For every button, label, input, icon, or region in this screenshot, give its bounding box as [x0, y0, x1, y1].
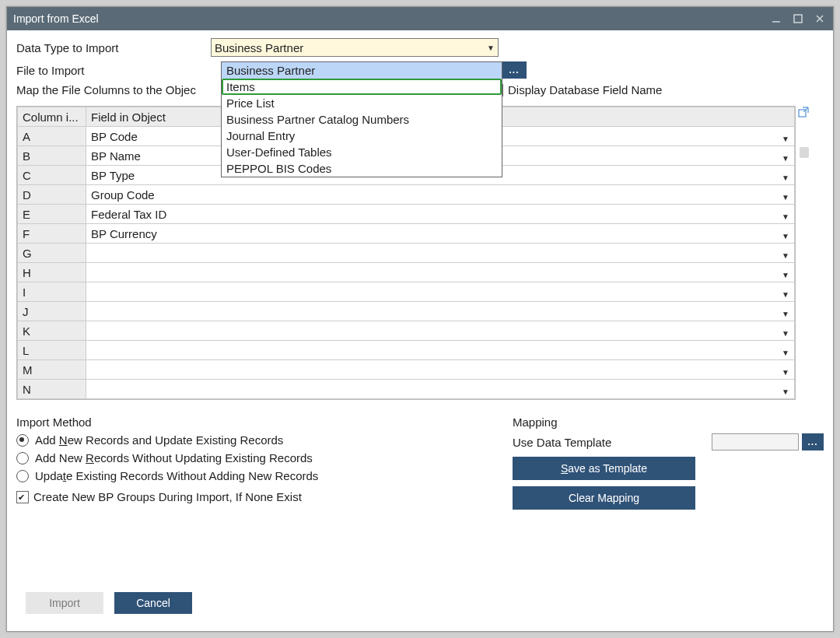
radio-add-without-update[interactable]: Add New Records Without Updating Existin… — [16, 451, 513, 464]
field-in-object-cell[interactable]: Group Code▼ — [86, 185, 795, 205]
maximize-button[interactable] — [791, 12, 805, 26]
chevron-down-icon: ▼ — [782, 174, 789, 182]
field-in-object-cell[interactable]: ▼ — [86, 282, 795, 302]
table-row: M▼ — [18, 360, 795, 380]
chevron-down-icon: ▼ — [782, 329, 789, 338]
save-as-template-button[interactable]: Save as Template — [513, 457, 695, 480]
minimize-button[interactable] — [769, 12, 783, 26]
field-in-object-cell[interactable]: Federal Tax ID▼ — [86, 205, 795, 224]
field-in-object-cell[interactable]: BP Currency▼ — [86, 224, 795, 244]
radio-icon — [16, 470, 29, 482]
table-row: K▼ — [18, 321, 795, 341]
field-in-object-cell[interactable]: ▼ — [86, 380, 795, 399]
chevron-down-icon: ▼ — [782, 135, 789, 143]
radio-add-and-update[interactable]: Add New Records and Update Existing Reco… — [16, 433, 513, 447]
create-bp-groups-checkbox[interactable]: Create New BP Groups During Import, If N… — [16, 490, 513, 503]
display-db-field-checkbox[interactable]: Display Database Field Name — [491, 83, 662, 96]
browse-file-button[interactable]: ... — [502, 61, 527, 79]
column-letter-cell: N — [18, 380, 86, 399]
table-row: I▼ — [18, 282, 795, 302]
table-row: J▼ — [18, 302, 795, 321]
column-header-col[interactable]: Column i... — [18, 107, 86, 127]
column-letter-cell: L — [18, 341, 86, 360]
radio-update-without-add[interactable]: Update Existing Records Without Adding N… — [16, 469, 513, 482]
chevron-down-icon: ▼ — [782, 212, 789, 221]
column-letter-cell: J — [18, 302, 86, 321]
chevron-down-icon: ▼ — [782, 290, 789, 299]
chevron-down-icon: ▼ — [782, 368, 789, 377]
column-letter-cell: F — [18, 224, 86, 244]
radio-icon — [16, 452, 29, 464]
use-data-template-label: Use Data Template — [513, 436, 712, 449]
column-letter-cell: H — [18, 263, 86, 282]
chevron-down-icon: ▼ — [782, 387, 789, 396]
dropdown-option[interactable]: User-Defined Tables — [222, 144, 502, 160]
table-row: FBP Currency▼ — [18, 224, 795, 244]
column-letter-cell: D — [18, 185, 86, 205]
dropdown-option[interactable]: PEPPOL BIS Codes — [222, 160, 502, 177]
chevron-down-icon: ▼ — [782, 193, 789, 202]
radio-icon — [16, 434, 29, 447]
chevron-down-icon: ▼ — [782, 251, 789, 260]
browse-template-button[interactable]: ... — [802, 433, 824, 450]
dropdown-option[interactable]: Business Partner — [222, 62, 502, 79]
chevron-down-icon: ▼ — [782, 310, 789, 318]
table-row: N▼ — [18, 380, 795, 399]
field-in-object-cell[interactable]: ▼ — [86, 302, 795, 321]
import-button[interactable]: Import — [26, 592, 103, 614]
popout-icon[interactable] — [798, 107, 809, 117]
titlebar: Import from Excel — [7, 7, 833, 30]
chevron-down-icon: ▼ — [782, 154, 789, 163]
field-in-object-cell[interactable]: ▼ — [86, 263, 795, 282]
dropdown-option[interactable]: Journal Entry — [222, 128, 502, 144]
chevron-down-icon: ▼ — [782, 271, 789, 279]
table-row: H▼ — [18, 263, 795, 282]
checkbox-icon — [16, 491, 29, 503]
use-data-template-input[interactable] — [712, 433, 799, 450]
window-title: Import from Excel — [13, 12, 761, 25]
file-to-import-label: File to Import — [16, 64, 211, 77]
data-type-label: Data Type to Import — [16, 41, 211, 54]
create-bp-groups-label: Create New BP Groups During Import, If N… — [33, 490, 302, 503]
data-type-select[interactable]: Business Partner ▼ — [211, 38, 499, 57]
dropdown-option[interactable]: Price List — [222, 95, 502, 111]
column-letter-cell: G — [18, 244, 86, 263]
dialog-footer: Import Cancel — [16, 584, 824, 622]
svg-rect-1 — [794, 15, 802, 23]
field-in-object-cell[interactable]: ▼ — [86, 341, 795, 360]
mapping-label: Mapping — [513, 415, 824, 429]
column-letter-cell: E — [18, 205, 86, 224]
chevron-down-icon: ▼ — [782, 349, 789, 357]
column-letter-cell: M — [18, 360, 86, 380]
chevron-down-icon: ▼ — [487, 44, 495, 52]
field-in-object-cell[interactable]: ▼ — [86, 360, 795, 380]
clear-mapping-button[interactable]: Clear Mapping — [513, 486, 695, 510]
close-button[interactable] — [813, 12, 827, 26]
field-in-object-cell[interactable]: ▼ — [86, 244, 795, 263]
data-type-dropdown: Business Partner Items Price List Busine… — [221, 61, 502, 177]
field-in-object-cell[interactable]: ▼ — [86, 321, 795, 341]
column-letter-cell: C — [18, 166, 86, 185]
table-row: L▼ — [18, 341, 795, 360]
column-letter-cell: A — [18, 127, 86, 146]
dropdown-option[interactable]: Items — [222, 79, 502, 95]
column-letter-cell: I — [18, 282, 86, 302]
table-row: G▼ — [18, 244, 795, 263]
import-method-label: Import Method — [16, 415, 513, 429]
column-letter-cell: B — [18, 146, 86, 166]
chevron-down-icon: ▼ — [782, 232, 789, 240]
scrollbar-thumb[interactable] — [800, 147, 809, 158]
data-type-select-value: Business Partner — [215, 41, 303, 54]
table-row: DGroup Code▼ — [18, 185, 795, 205]
cancel-button[interactable]: Cancel — [114, 592, 192, 614]
table-row: EFederal Tax ID▼ — [18, 205, 795, 224]
display-db-field-label: Display Database Field Name — [508, 83, 662, 96]
dropdown-option[interactable]: Business Partner Catalog Numbers — [222, 111, 502, 128]
column-letter-cell: K — [18, 321, 86, 341]
import-from-excel-window: Import from Excel Data Type to Import Bu… — [6, 6, 834, 632]
